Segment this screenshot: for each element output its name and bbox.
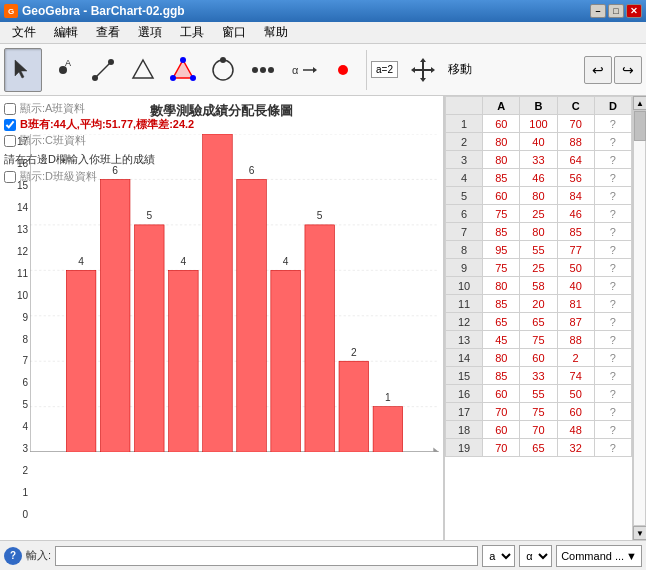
cell-r6-c2[interactable]: 25 [520, 205, 557, 223]
cell-r10-c3[interactable]: 40 [557, 277, 594, 295]
col-header-d[interactable]: D [594, 97, 631, 115]
cell-r8-c3[interactable]: 77 [557, 241, 594, 259]
cell-r17-c2[interactable]: 75 [520, 403, 557, 421]
cell-r3-c1[interactable]: 80 [483, 151, 520, 169]
cell-r19-c2[interactable]: 65 [520, 439, 557, 457]
cell-r16-c2[interactable]: 55 [520, 385, 557, 403]
legend-item-b[interactable]: B班有:44人,平均:51.77,標準差:24.2 [4, 117, 194, 132]
legend-item-a[interactable]: 顯示:A班資料 [4, 101, 194, 116]
close-button[interactable]: ✕ [626, 4, 642, 18]
cell-r2-c3[interactable]: 88 [557, 133, 594, 151]
cell-r6-c1[interactable]: 75 [483, 205, 520, 223]
cell-r1-c1[interactable]: 60 [483, 115, 520, 133]
cell-r7-c4[interactable]: ? [594, 223, 631, 241]
scroll-track[interactable] [633, 110, 646, 526]
cell-r14-c1[interactable]: 80 [483, 349, 520, 367]
tool-cursor[interactable] [4, 48, 42, 92]
cell-r9-c1[interactable]: 75 [483, 259, 520, 277]
cell-r10-c1[interactable]: 80 [483, 277, 520, 295]
legend-check-a[interactable] [4, 103, 16, 115]
cell-r4-c2[interactable]: 46 [520, 169, 557, 187]
dropdown-2[interactable]: α β [519, 545, 552, 567]
cell-r14-c2[interactable]: 60 [520, 349, 557, 367]
cell-r11-c2[interactable]: 20 [520, 295, 557, 313]
cell-r8-c4[interactable]: ? [594, 241, 631, 259]
chart-area[interactable]: 數學測驗成績分配長條圖 0 1 2 3 4 5 6 7 8 9 10 11 12… [0, 96, 444, 540]
col-header-c[interactable]: C [557, 97, 594, 115]
cell-r2-c2[interactable]: 40 [520, 133, 557, 151]
legend-check-c[interactable] [4, 135, 16, 147]
cell-r13-c3[interactable]: 88 [557, 331, 594, 349]
tool-triangle-red[interactable] [164, 48, 202, 92]
scroll-up-button[interactable]: ▲ [633, 96, 646, 110]
cell-r1-c2[interactable]: 100 [520, 115, 557, 133]
cell-r12-c3[interactable]: 87 [557, 313, 594, 331]
cell-r13-c1[interactable]: 45 [483, 331, 520, 349]
cell-r16-c4[interactable]: ? [594, 385, 631, 403]
cell-r13-c4[interactable]: ? [594, 331, 631, 349]
cell-r12-c1[interactable]: 65 [483, 313, 520, 331]
cell-r7-c1[interactable]: 85 [483, 223, 520, 241]
spreadsheet[interactable]: A B C D 16010070?2804088?3803364?4854656… [444, 96, 632, 540]
scroll-thumb[interactable] [634, 111, 646, 141]
cell-r16-c3[interactable]: 50 [557, 385, 594, 403]
col-header-a[interactable]: A [483, 97, 520, 115]
scroll-down-button[interactable]: ▼ [633, 526, 646, 540]
legend-check-d[interactable] [4, 171, 16, 183]
cell-r7-c3[interactable]: 85 [557, 223, 594, 241]
cell-r18-c2[interactable]: 70 [520, 421, 557, 439]
menu-help[interactable]: 幫助 [256, 22, 296, 43]
cell-r4-c4[interactable]: ? [594, 169, 631, 187]
cell-r15-c4[interactable]: ? [594, 367, 631, 385]
cell-r17-c1[interactable]: 70 [483, 403, 520, 421]
cell-r3-c3[interactable]: 64 [557, 151, 594, 169]
undo-button[interactable]: ↩ [584, 56, 612, 84]
cell-r1-c4[interactable]: ? [594, 115, 631, 133]
tool-line[interactable] [84, 48, 122, 92]
cell-r15-c3[interactable]: 74 [557, 367, 594, 385]
cell-r5-c2[interactable]: 80 [520, 187, 557, 205]
cell-r10-c2[interactable]: 58 [520, 277, 557, 295]
cell-r16-c1[interactable]: 60 [483, 385, 520, 403]
tool-red-point[interactable] [324, 48, 362, 92]
cell-r5-c4[interactable]: ? [594, 187, 631, 205]
cell-r19-c1[interactable]: 70 [483, 439, 520, 457]
menu-file[interactable]: 文件 [4, 22, 44, 43]
tool-point[interactable]: A [44, 48, 82, 92]
cell-r2-c1[interactable]: 80 [483, 133, 520, 151]
col-header-b[interactable]: B [520, 97, 557, 115]
cell-r11-c1[interactable]: 85 [483, 295, 520, 313]
legend-check-b[interactable] [4, 119, 16, 131]
cell-r18-c1[interactable]: 60 [483, 421, 520, 439]
cell-r18-c3[interactable]: 48 [557, 421, 594, 439]
cell-r15-c2[interactable]: 33 [520, 367, 557, 385]
cell-r2-c4[interactable]: ? [594, 133, 631, 151]
cell-r4-c3[interactable]: 56 [557, 169, 594, 187]
minimize-button[interactable]: – [590, 4, 606, 18]
cell-r14-c4[interactable]: ? [594, 349, 631, 367]
cell-r9-c3[interactable]: 50 [557, 259, 594, 277]
cell-r14-c3[interactable]: 2 [557, 349, 594, 367]
tool-circle[interactable] [204, 48, 242, 92]
cell-r1-c3[interactable]: 70 [557, 115, 594, 133]
cell-r19-c3[interactable]: 32 [557, 439, 594, 457]
command-button[interactable]: Command ... ▼ [556, 545, 642, 567]
cell-r5-c3[interactable]: 84 [557, 187, 594, 205]
spreadsheet-scrollbar[interactable]: ▲ ▼ [632, 96, 646, 540]
cell-r18-c4[interactable]: ? [594, 421, 631, 439]
cell-r5-c1[interactable]: 60 [483, 187, 520, 205]
cell-r12-c4[interactable]: ? [594, 313, 631, 331]
tool-polygon[interactable] [124, 48, 162, 92]
cell-r12-c2[interactable]: 65 [520, 313, 557, 331]
cell-r19-c4[interactable]: ? [594, 439, 631, 457]
tool-dots[interactable] [244, 48, 282, 92]
cell-r6-c4[interactable]: ? [594, 205, 631, 223]
cell-r13-c2[interactable]: 75 [520, 331, 557, 349]
cell-r8-c2[interactable]: 55 [520, 241, 557, 259]
menu-edit[interactable]: 編輯 [46, 22, 86, 43]
cell-r11-c4[interactable]: ? [594, 295, 631, 313]
cell-r3-c2[interactable]: 33 [520, 151, 557, 169]
menu-options[interactable]: 選項 [130, 22, 170, 43]
cell-r9-c4[interactable]: ? [594, 259, 631, 277]
redo-button[interactable]: ↪ [614, 56, 642, 84]
